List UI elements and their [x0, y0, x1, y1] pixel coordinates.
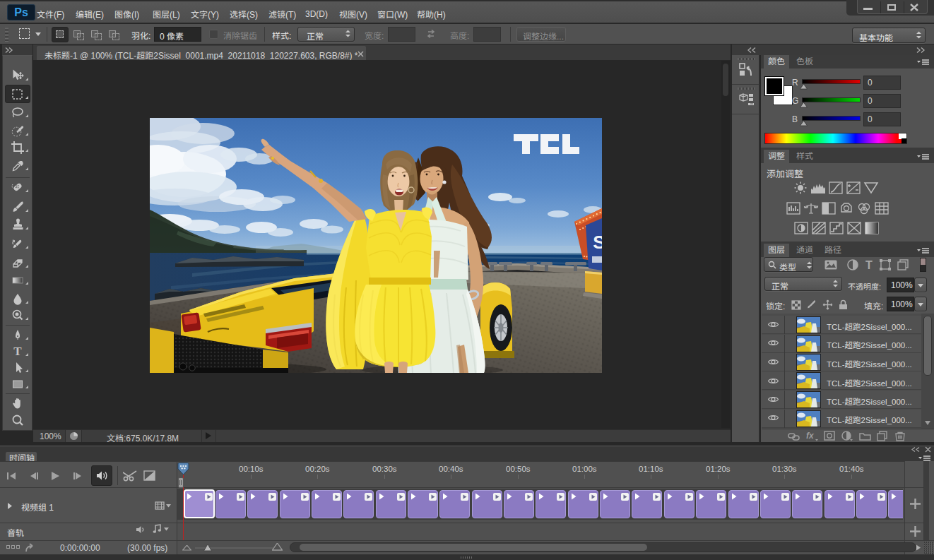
- svg-text:fx: fx: [806, 431, 815, 441]
- svg-text:S: S: [593, 232, 602, 253]
- svg-text:T: T: [13, 345, 22, 358]
- svg-text:T: T: [865, 259, 873, 271]
